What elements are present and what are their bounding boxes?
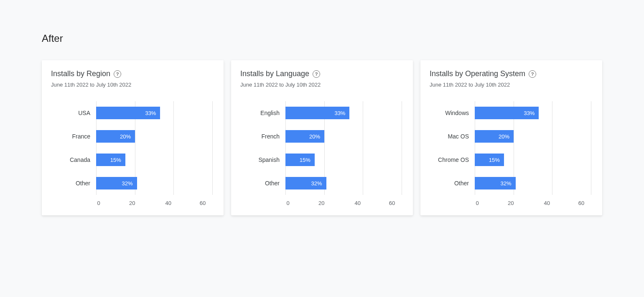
- category-label: Other: [240, 172, 285, 195]
- x-tick: 60: [199, 200, 207, 206]
- chart-card: Installs by Operating System?June 11th 2…: [420, 60, 602, 215]
- chart-card: Installs by Region?June 11th 2022 to Jul…: [42, 60, 224, 215]
- category-label: Canada: [51, 148, 96, 172]
- chart-card: Installs by Language?June 11th 2022 to J…: [231, 60, 413, 215]
- bar-row: 15%: [475, 148, 591, 172]
- bar-value-label: 20%: [499, 133, 509, 140]
- x-tick: 20: [317, 200, 326, 206]
- bar-row: 32%: [475, 172, 591, 195]
- category-label: English: [240, 101, 285, 125]
- x-axis: 0204060: [285, 200, 402, 206]
- y-axis-labels: WindowsMac OSChrome OSOther: [430, 101, 475, 206]
- bar-chart: WindowsMac OSChrome OSOther33%20%15%32%0…: [430, 101, 591, 206]
- cards-row: Installs by Region?June 11th 2022 to Jul…: [42, 60, 602, 215]
- category-label: French: [240, 125, 285, 148]
- x-axis: 0204060: [96, 200, 213, 206]
- bars-container: 33%20%15%32%: [285, 101, 402, 195]
- category-label: Other: [51, 172, 96, 195]
- bar-row: 15%: [96, 148, 213, 172]
- x-tick: 60: [577, 200, 585, 206]
- help-icon[interactable]: ?: [313, 70, 320, 78]
- bar-value-label: 20%: [309, 133, 320, 140]
- card-subtitle: June 11th 2022 to July 10th 2022: [51, 82, 213, 88]
- x-tick: 40: [164, 200, 173, 206]
- bars-container: 33%20%15%32%: [475, 101, 591, 195]
- bar-chart: USAFranceCanadaOther33%20%15%32%0204060: [51, 101, 213, 206]
- bar: 33%: [475, 107, 539, 119]
- x-tick: 0: [473, 200, 481, 206]
- bar-row: 15%: [285, 148, 402, 172]
- bar: 15%: [285, 154, 315, 166]
- help-icon[interactable]: ?: [114, 70, 121, 78]
- bar: 32%: [96, 177, 137, 189]
- bar-row: 33%: [96, 101, 213, 125]
- card-title: Installs by Operating System: [430, 69, 525, 78]
- bar-value-label: 33%: [334, 110, 345, 116]
- y-axis-labels: USAFranceCanadaOther: [51, 101, 96, 206]
- card-subtitle: June 11th 2022 to July 10th 2022: [240, 82, 402, 88]
- bar-value-label: 33%: [145, 110, 156, 116]
- bar-value-label: 32%: [122, 180, 133, 187]
- bar-value-label: 15%: [300, 157, 311, 163]
- category-label: Spanish: [240, 148, 285, 172]
- bar-value-label: 32%: [311, 180, 322, 187]
- category-label: Windows: [430, 101, 475, 125]
- category-label: Other: [430, 172, 475, 195]
- x-tick: 40: [543, 200, 551, 206]
- bar-row: 33%: [285, 101, 402, 125]
- plot-area: 33%20%15%32%0204060: [285, 101, 402, 206]
- bar: 32%: [285, 177, 326, 189]
- x-tick: 0: [94, 200, 103, 206]
- bars-container: 33%20%15%32%: [96, 101, 213, 195]
- x-tick: 20: [507, 200, 515, 206]
- plot-area: 33%20%15%32%0204060: [96, 101, 213, 206]
- bar-row: 32%: [285, 172, 402, 195]
- card-header: Installs by Language?: [240, 69, 402, 78]
- card-title: Installs by Language: [240, 69, 309, 78]
- bar-value-label: 15%: [110, 157, 121, 163]
- bar-value-label: 15%: [489, 157, 500, 163]
- bar-row: 20%: [475, 125, 591, 148]
- x-tick: 60: [388, 200, 396, 206]
- bar-value-label: 33%: [524, 110, 535, 116]
- bar: 33%: [285, 107, 349, 119]
- card-subtitle: June 11th 2022 to July 10th 2022: [430, 82, 591, 88]
- bar-chart: EnglishFrenchSpanishOther33%20%15%32%020…: [240, 101, 402, 206]
- bar: 15%: [96, 154, 125, 166]
- x-axis: 0204060: [475, 200, 591, 206]
- category-label: Mac OS: [430, 125, 475, 148]
- help-icon[interactable]: ?: [529, 70, 536, 78]
- bar-row: 32%: [96, 172, 213, 195]
- bar: 32%: [475, 177, 516, 189]
- card-header: Installs by Operating System?: [430, 69, 591, 78]
- y-axis-labels: EnglishFrenchSpanishOther: [240, 101, 285, 206]
- bar-row: 33%: [475, 101, 591, 125]
- card-header: Installs by Region?: [51, 69, 213, 78]
- bar: 15%: [475, 154, 504, 166]
- category-label: USA: [51, 101, 96, 125]
- bar: 20%: [285, 130, 324, 143]
- category-label: Chrome OS: [430, 148, 475, 172]
- page-title: After: [42, 33, 602, 44]
- card-title: Installs by Region: [51, 69, 110, 78]
- bar-row: 20%: [285, 125, 402, 148]
- x-tick: 20: [128, 200, 136, 206]
- bar: 20%: [475, 130, 514, 143]
- bar-value-label: 32%: [501, 180, 512, 187]
- x-tick: 40: [354, 200, 362, 206]
- x-tick: 0: [284, 200, 292, 206]
- bar-value-label: 20%: [120, 133, 131, 140]
- bar-row: 20%: [96, 125, 213, 148]
- bar: 33%: [96, 107, 160, 119]
- bar: 20%: [96, 130, 135, 143]
- category-label: France: [51, 125, 96, 148]
- plot-area: 33%20%15%32%0204060: [475, 101, 591, 206]
